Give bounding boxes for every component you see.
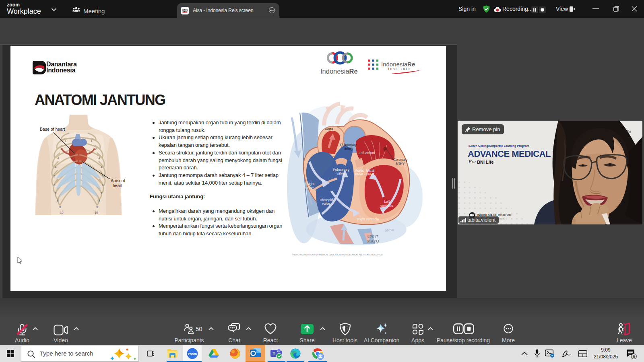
svg-text:9: 9 <box>59 205 61 209</box>
svg-text:3: 3 <box>57 156 59 160</box>
svg-text:valve: valve <box>366 172 374 176</box>
svg-text:8: 8 <box>57 199 58 202</box>
svg-text:4: 4 <box>101 165 102 169</box>
svg-text:4: 4 <box>55 165 56 169</box>
svg-text:Left atrium: Left atrium <box>359 151 375 155</box>
svg-text:Left: Left <box>384 200 390 204</box>
svg-text:Right ventricle: Right ventricle <box>357 217 379 221</box>
svg-text:artery: artery <box>396 161 405 165</box>
svg-text:5: 5 <box>54 175 55 178</box>
svg-text:valve: valve <box>336 171 345 175</box>
svg-text:zoom: zoom <box>188 352 197 356</box>
svg-text:heart: heart <box>113 183 122 188</box>
svg-text:1: 1 <box>91 139 92 143</box>
svg-text:Apex of: Apex of <box>111 178 125 183</box>
svg-text:artery: artery <box>344 146 353 150</box>
svg-text:9: 9 <box>96 205 98 209</box>
svg-text:10: 10 <box>60 211 63 214</box>
svg-text:valve: valve <box>355 172 363 176</box>
svg-text:T: T <box>272 351 275 356</box>
svg-text:Base of heart: Base of heart <box>40 127 65 132</box>
svg-text:8: 8 <box>99 199 100 202</box>
svg-text:valve: valve <box>322 202 330 206</box>
svg-text:6: 6 <box>633 354 635 359</box>
svg-text:7: 7 <box>55 191 56 195</box>
svg-text:10: 10 <box>95 211 98 214</box>
svg-text:7: 7 <box>101 191 102 195</box>
svg-text:ventricle: ventricle <box>380 204 393 208</box>
svg-text:2: 2 <box>95 147 97 151</box>
svg-text:2: 2 <box>60 147 62 151</box>
svg-text:Aorta: Aorta <box>325 127 333 131</box>
svg-text:6: 6 <box>102 183 103 187</box>
svg-text:1: 1 <box>65 139 66 143</box>
svg-text:3: 3 <box>98 156 100 160</box>
svg-text:6: 6 <box>54 183 55 187</box>
